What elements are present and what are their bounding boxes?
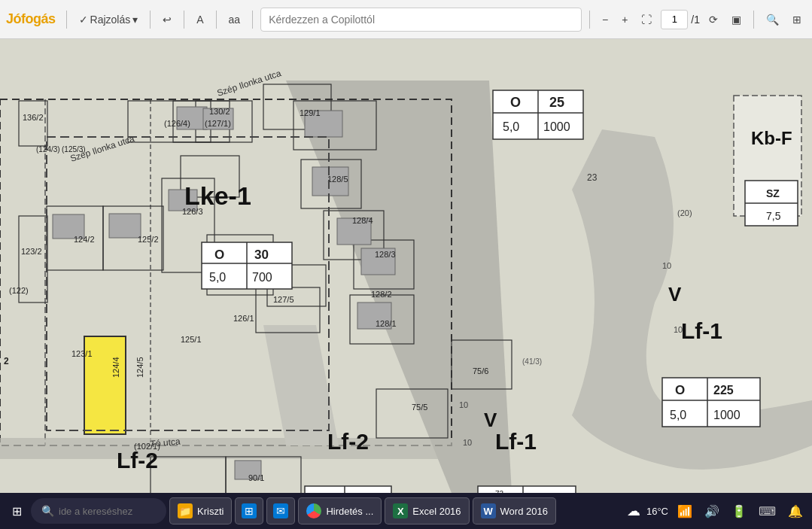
network-icon[interactable]: 📶 (674, 501, 695, 521)
svg-text:V: V (484, 409, 497, 431)
svg-text:Lke-1: Lke-1 (184, 181, 251, 210)
minus-icon: − (602, 14, 608, 26)
svg-text:124/2: 124/2 (74, 235, 95, 244)
aa-button[interactable]: аа (224, 11, 245, 29)
svg-text:125/2: 125/2 (138, 235, 159, 244)
undo-icon: ↩ (163, 14, 172, 26)
svg-text:1000: 1000 (713, 409, 741, 421)
svg-text:128/4: 128/4 (352, 216, 373, 225)
layout-button[interactable]: ⊞ (788, 11, 806, 29)
svg-text:130/2: 130/2 (209, 107, 230, 116)
sep2 (150, 11, 151, 29)
view-button[interactable]: ▣ (727, 11, 746, 29)
fullscreen-button[interactable]: ⛶ (637, 11, 656, 29)
map-svg: O 25 5,0 1000 O 30 5,0 700 O 225 5,0 100… (0, 39, 812, 493)
fullscreen-icon: ⛶ (641, 14, 652, 26)
zoom-out-button[interactable]: − (598, 11, 613, 29)
svg-text:75/6: 75/6 (473, 366, 488, 375)
svg-text:1000: 1000 (543, 120, 570, 133)
search-input[interactable] (260, 8, 582, 32)
text-button[interactable]: A (192, 11, 208, 29)
svg-text:Lf-2: Lf-2 (327, 429, 369, 454)
logo-text: Jófogás (6, 11, 56, 27)
check-icon: ✓ (79, 14, 88, 26)
layout-icon: ⊞ (792, 14, 801, 26)
svg-text:7,5: 7,5 (766, 210, 781, 222)
back-button[interactable]: ✓ Rajzolás ▾ (75, 11, 143, 29)
page-input[interactable] (661, 10, 688, 29)
sep4 (216, 11, 217, 29)
mail-icon: ✉ (273, 503, 288, 518)
sep5 (252, 11, 253, 29)
svg-text:O: O (675, 383, 685, 397)
svg-text:128/2: 128/2 (371, 290, 392, 299)
svg-text:30: 30 (254, 248, 269, 262)
svg-text:(124/3): (124/3) (36, 145, 60, 154)
text-icon: A (196, 14, 203, 26)
svg-text:124/5: 124/5 (135, 357, 144, 378)
svg-text:136/2: 136/2 (23, 113, 44, 122)
chrome-icon (306, 503, 321, 518)
svg-text:23: 23 (587, 172, 598, 183)
taskbar-right: ☁ 16°C 📶 🔊 🔋 ⌨ 🔔 (627, 501, 806, 521)
zoom-in-button[interactable]: + (617, 11, 632, 29)
back-label: Rajzolás (90, 14, 131, 26)
svg-text:5,0: 5,0 (209, 271, 226, 284)
rotate-button[interactable]: ⟳ (704, 11, 722, 29)
taskbar: ⊞ 🔍 ide a kereséshez 📁 Kriszti ⊞ ✉ Hirde… (0, 493, 812, 529)
svg-text:700: 700 (252, 271, 272, 284)
svg-text:(20): (20) (677, 208, 692, 217)
svg-text:123/1: 123/1 (71, 349, 93, 358)
sep3 (184, 11, 184, 29)
weather-icon: ☁ (627, 503, 640, 519)
notification-icon[interactable]: 🔔 (785, 501, 806, 521)
logo: Jófogás (6, 6, 56, 33)
svg-text:Lf-1: Lf-1 (495, 429, 537, 454)
svg-rect-38 (109, 214, 141, 238)
svg-rect-5 (0, 438, 467, 459)
svg-text:Kb-F: Kb-F (751, 128, 792, 148)
chevron-down-icon: ▾ (132, 14, 138, 26)
aa-label: аа (229, 14, 241, 26)
svg-text:125/1: 125/1 (181, 335, 202, 344)
search-icon: 🔍 (766, 14, 779, 26)
battery-icon[interactable]: 🔋 (728, 501, 750, 521)
keyboard-icon[interactable]: ⌨ (756, 501, 779, 521)
svg-text:(122): (122) (9, 286, 29, 295)
svg-text:(127/1): (127/1) (205, 119, 231, 128)
excel-label: Excel 2016 (412, 506, 461, 517)
undo-button[interactable]: ↩ (158, 11, 176, 29)
svg-text:128/3: 128/3 (375, 250, 396, 259)
svg-text:10: 10 (463, 438, 472, 447)
taskbar-app-mail[interactable]: ✉ (266, 497, 295, 524)
word-icon: W (481, 503, 496, 518)
svg-text:V: V (668, 283, 682, 306)
temperature: 16°C (646, 506, 668, 517)
fileexplorer-icon: 📁 (178, 503, 193, 518)
taskbar-app-chrome[interactable]: Hirdetés ... (298, 497, 382, 524)
taskbar-search[interactable]: 🔍 ide a kereséshez (31, 498, 166, 524)
svg-text:90/1: 90/1 (248, 473, 264, 482)
svg-text:10: 10 (459, 400, 468, 409)
chrome-label: Hirdetés ... (326, 506, 373, 517)
svg-text:SZ: SZ (766, 187, 780, 199)
map-area[interactable]: O 25 5,0 1000 O 30 5,0 700 O 225 5,0 100… (0, 39, 812, 493)
svg-text:(41/3): (41/3) (522, 357, 542, 366)
svg-text:126/1: 126/1 (233, 314, 254, 323)
sep1 (66, 11, 67, 29)
page-total: /1 (691, 14, 700, 26)
search-button[interactable]: 🔍 (762, 11, 783, 29)
plus-icon: + (622, 14, 628, 26)
svg-text:10: 10 (674, 325, 683, 334)
taskbar-app-fileexplorer[interactable]: 📁 Kriszti (169, 497, 232, 524)
start-button[interactable]: ⊞ (6, 501, 28, 521)
taskbar-app-store[interactable]: ⊞ (235, 497, 263, 524)
taskbar-app-excel[interactable]: X Excel 2016 (385, 497, 469, 524)
sep6 (589, 11, 590, 29)
svg-text:Lf-2: Lf-2 (117, 448, 158, 473)
rotate-icon: ⟳ (709, 14, 718, 26)
store-icon: ⊞ (242, 503, 257, 518)
taskbar-app-word[interactable]: W Word 2016 (473, 497, 556, 524)
volume-icon[interactable]: 🔊 (701, 501, 722, 521)
view-icon: ▣ (731, 14, 741, 26)
